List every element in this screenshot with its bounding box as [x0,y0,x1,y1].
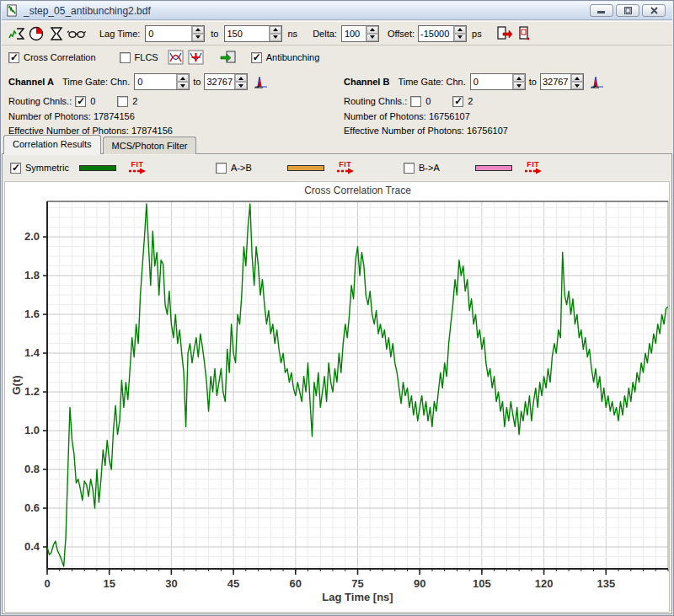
flcs-label: FLCS [135,52,158,62]
channel-b-routing-2-label: 2 [468,96,473,106]
offset-spinner[interactable] [453,26,466,41]
svg-text:45: 45 [227,577,239,590]
lag-from-field[interactable]: 0 [145,25,205,42]
b-to-a-checkbox[interactable] [404,163,415,174]
channel-b-gate-to-spinner[interactable] [570,74,583,89]
b-to-a-color-swatch [475,165,512,171]
channel-a-timegate-histogram-icon[interactable] [253,74,270,89]
channel-b-routing-0-checkbox[interactable] [410,96,421,107]
svg-text:1.0: 1.0 [24,424,40,437]
lag-time-label: Lag Time: [99,29,140,39]
antibunching-checkbox[interactable] [251,52,262,63]
title-bar[interactable]: _step_05_antibunching2.bdf [2,2,672,20]
close-button[interactable] [642,4,666,17]
svg-text:0.8: 0.8 [24,463,40,475]
offset-label: Offset: [388,29,415,39]
lag-to-spinner[interactable] [269,26,281,41]
options-row: Cross Correlation FLCS Antibunchin [2,46,672,68]
channel-b-gate-from-spinner[interactable] [512,74,525,89]
channel-b-gate-to-label: to [529,77,537,87]
channel-b-routing-label: Routing Chnls.: [344,96,407,106]
svg-text:2.0: 2.0 [24,230,40,243]
channel-a-panel: Channel A Time Gate: Chn. 0 to 32767 [2,68,337,134]
svg-text:135: 135 [596,577,615,590]
channel-b-gate-to-field[interactable]: 32767 [540,73,584,90]
hourglass-icon[interactable] [47,24,66,43]
channel-a-timegate-label: Time Gate: Chn. [62,77,130,87]
legend-b-to-a: B->A FIT [404,161,543,174]
symmetric-fit-button[interactable]: FIT [128,161,147,174]
application-window: _step_05_antibunching2.bdf [0,0,674,616]
maximize-button[interactable] [616,4,639,17]
channel-a-gate-to-spinner[interactable] [234,74,247,89]
legend-symmetric: Symmetric FIT [10,161,147,174]
svg-text:G(t): G(t) [10,375,23,394]
channel-b-photons: Number of Photons: 16756107 [344,110,672,124]
symmetric-checkbox[interactable] [10,163,21,174]
channel-b-routing-2-checkbox[interactable] [452,96,463,107]
a-to-b-color-swatch [287,165,324,171]
time-pie-icon[interactable] [27,24,45,43]
symmetric-label: Symmetric [25,163,69,173]
chart-svg: 01530456075901051201350.40.60.81.01.21.4… [5,182,674,616]
a-to-b-checkbox[interactable] [216,163,227,174]
legend-a-to-b: A->B FIT [216,161,355,174]
channel-a-routing-0-label: 0 [90,96,95,106]
svg-text:60: 60 [290,577,302,590]
delta-label: Delta: [313,29,337,39]
ps-unit-label: ps [472,29,482,39]
cross-correlation-checkbox[interactable] [8,52,19,63]
channel-panels: Channel A Time Gate: Chn. 0 to 32767 [2,68,672,134]
b-to-a-fit-button[interactable]: FIT [524,161,543,174]
channel-b-gate-from-field[interactable]: 0 [470,73,526,90]
apply-to-document-icon[interactable] [219,48,238,67]
a-to-b-fit-button[interactable]: FIT [336,161,355,174]
ns-unit-label: ns [288,29,298,39]
channel-b-panel: Channel B Time Gate: Chn. 0 to 32767 [337,68,672,134]
channel-a-gate-to-label: to [193,77,201,87]
flcs-checkbox[interactable] [120,52,131,63]
b-to-a-label: B->A [419,163,440,173]
channel-b-timegate-histogram-icon[interactable] [589,74,606,89]
svg-text:30: 30 [165,577,177,590]
tab-mcs-photon-filter[interactable]: MCS/Photon Filter [103,137,197,154]
cross-correlation-label: Cross Correlation [24,52,96,62]
cross-correlation-chart: 01530456075901051201350.40.60.81.01.21.4… [4,181,670,613]
delta-spinner[interactable] [366,26,378,41]
channel-a-routing-0-checkbox[interactable] [75,96,86,107]
svg-text:75: 75 [351,577,363,590]
channel-a-routing-label: Routing Chnls.: [8,96,72,106]
tab-strip: Correlation Results MCS/Photon Filter [3,135,198,154]
export-document-icon[interactable] [495,24,514,43]
svg-text:0: 0 [44,577,50,590]
flcs-add-icon[interactable] [187,48,206,67]
svg-text:Lag Time [ns]: Lag Time [ns] [322,591,393,603]
tab-correlation-results[interactable]: Correlation Results [3,135,101,154]
symmetric-color-swatch [79,165,116,171]
channel-b-routing-0-label: 0 [425,96,431,106]
delta-field[interactable]: 100 [341,25,379,42]
channel-b-effective-photons: Effective Number of Photons: 16756107 [344,124,672,138]
channel-a-gate-from-field[interactable]: 0 [134,73,190,90]
channel-a-routing-2-label: 2 [132,96,137,106]
svg-text:Cross Correlation Trace: Cross Correlation Trace [304,185,411,196]
lag-to-field[interactable]: 150 [224,25,282,42]
svg-text:90: 90 [414,577,425,590]
correlate-sum-icon[interactable] [7,24,25,43]
legend-row: Symmetric FIT A->B FIT [3,155,671,180]
flcs-curves-icon[interactable] [167,48,185,67]
report-document-icon[interactable] [516,24,534,43]
minimize-button[interactable] [590,4,613,17]
preview-glasses-icon[interactable] [67,24,86,43]
channel-a-routing-2-checkbox[interactable] [117,96,128,107]
channel-a-gate-from-spinner[interactable] [176,74,189,89]
document-icon [6,4,19,17]
svg-text:105: 105 [473,577,491,590]
lag-from-spinner[interactable] [191,26,204,41]
svg-text:0.6: 0.6 [24,501,40,514]
channel-a-gate-to-field[interactable]: 32767 [204,73,248,90]
fit-arrow-icon [336,168,355,174]
svg-text:0.4: 0.4 [24,540,40,553]
antibunching-label: Antibunching [266,52,320,62]
offset-field[interactable]: -15000 [418,25,467,42]
